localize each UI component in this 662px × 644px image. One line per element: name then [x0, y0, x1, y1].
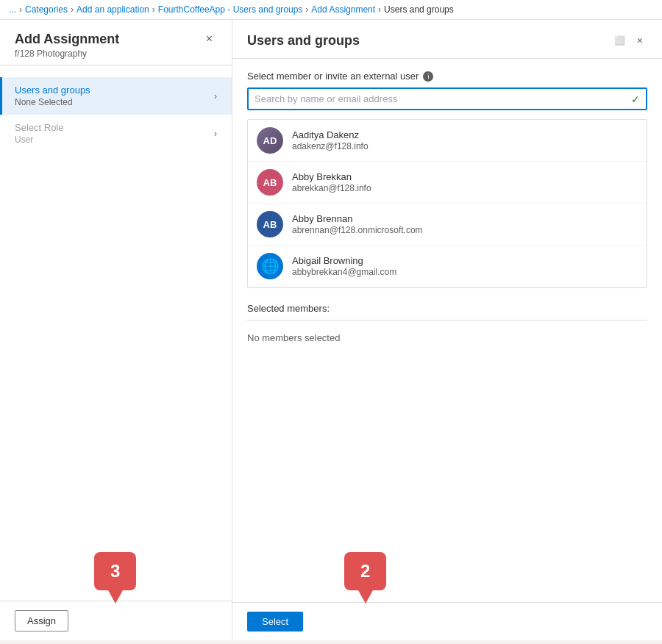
select-button[interactable]: Select [247, 612, 303, 632]
bc-sep: › [152, 4, 155, 15]
member-name: Abby Brennan [292, 213, 423, 224]
bc-sep: › [378, 4, 381, 15]
nav-item-arrow-users: › [214, 91, 217, 101]
member-list: AD Aaditya Dakenz adakenz@f128.info AB A… [247, 119, 647, 288]
member-email: abbybrekkan4@gmail.com [292, 267, 396, 277]
no-members-text: No members selected [247, 329, 647, 346]
list-item[interactable]: 🌐 Abigail Browning abbybrekkan4@gmail.co… [248, 246, 647, 287]
assign-button[interactable]: Assign [15, 610, 68, 632]
nav-item-arrow-role: › [214, 129, 217, 139]
search-box[interactable]: ✓ [247, 87, 647, 110]
selected-members-section: Selected members: No members selected [247, 303, 647, 346]
breadcrumb: ... › Categories › Add an application › … [0, 0, 662, 20]
member-email: adakenz@f128.info [292, 141, 369, 151]
selected-members-label: Selected members: [247, 303, 647, 314]
avatar: AB [257, 169, 283, 196]
close-right-panel-button[interactable]: × [633, 32, 647, 49]
search-section-label: Select member or invite an external user [247, 71, 419, 82]
nav-item-value-role: User [15, 135, 63, 145]
avatar: PV [257, 287, 283, 288]
annotation-3: 3 [94, 552, 136, 590]
annotation-2: 2 [344, 552, 386, 590]
breadcrumb-categories[interactable]: Categories [25, 4, 68, 15]
member-name: Abigail Browning [292, 255, 396, 266]
right-panel-title: Users and groups [247, 33, 360, 49]
breadcrumb-current: Users and groups [384, 4, 454, 15]
member-name: Aaditya Dakenz [292, 129, 369, 140]
nav-item-label-users: Users and groups [15, 85, 90, 96]
avatar: AD [257, 127, 283, 154]
avatar: AB [257, 211, 283, 237]
nav-item-value-users: None Selected [15, 97, 90, 107]
nav-item-users-groups[interactable]: Users and groups None Selected › [0, 77, 232, 115]
search-input[interactable] [255, 89, 631, 109]
maximize-button[interactable]: ⬜ [610, 32, 630, 49]
panel-title: Add Assignment [15, 32, 119, 47]
member-name: Abby Brekkan [292, 171, 371, 182]
member-email: abrennan@f128.onmicrosoft.com [292, 225, 423, 235]
close-panel-button[interactable]: × [202, 32, 217, 46]
nav-item-label-role: Select Role [15, 122, 63, 133]
list-item[interactable]: PV Partially Visible [248, 287, 647, 288]
list-item[interactable]: AB Abby Brennan abrennan@f128.onmicrosof… [248, 204, 647, 246]
info-icon: i [423, 71, 433, 82]
check-icon: ✓ [631, 93, 640, 105]
breadcrumb-add-app[interactable]: Add an application [76, 4, 149, 15]
breadcrumb-dots[interactable]: ... [9, 4, 16, 15]
breadcrumb-add-assignment[interactable]: Add Assignment [311, 4, 375, 15]
panel-subtitle: f/128 Photography [15, 49, 119, 59]
list-item[interactable]: AD Aaditya Dakenz adakenz@f128.info [248, 120, 647, 162]
bc-sep: › [71, 4, 74, 15]
breadcrumb-fourthcoffee[interactable]: FourthCoffeeApp - Users and groups [158, 4, 303, 15]
bc-sep: › [305, 4, 308, 15]
list-item[interactable]: AB Abby Brekkan abrekkan@f128.info [248, 162, 647, 204]
member-email: abrekkan@f128.info [292, 183, 371, 193]
nav-item-select-role[interactable]: Select Role User › [0, 115, 232, 152]
avatar: 🌐 [257, 253, 283, 279]
bc-sep: › [19, 4, 22, 15]
